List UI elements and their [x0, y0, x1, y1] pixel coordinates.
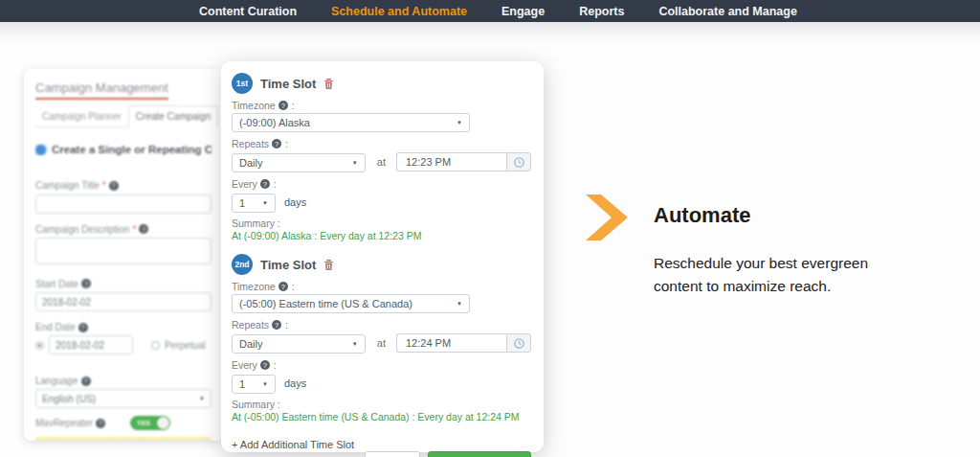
slot-order-badge: 1st — [232, 73, 253, 94]
toggle-on-label: YES — [137, 420, 150, 426]
at-label: at — [377, 337, 386, 349]
nav-gradient — [0, 22, 980, 41]
every-unit-label: days — [284, 377, 306, 389]
mavrepeater-toggle[interactable]: YES — [130, 416, 170, 430]
repeats-label: Repeats ? : — [232, 319, 531, 331]
summary-text: At (-05:00) Eastern time (US & Canada) :… — [232, 411, 531, 423]
time-input-group — [396, 152, 531, 171]
chevron-down-icon: ▼ — [352, 160, 358, 166]
toggle-knob — [157, 417, 169, 429]
arrow-right-icon — [586, 194, 630, 244]
time-input[interactable] — [396, 333, 506, 353]
end-date-row: Perpetual — [35, 335, 212, 354]
campaign-management-panel: Campaign Management Campaign Planner Cre… — [24, 69, 223, 441]
nav-item-schedule-and-automate[interactable]: Schedule and Automate — [331, 5, 467, 18]
timezone-select[interactable]: (-05:00) Eastern time (US & Canada) ▼ — [232, 294, 470, 313]
repeats-label: Repeats ? : — [232, 138, 531, 149]
help-icon[interactable]: ? — [81, 279, 91, 288]
help-icon[interactable]: ? — [81, 377, 91, 386]
clock-icon[interactable] — [506, 333, 531, 353]
help-icon[interactable]: ? — [278, 101, 288, 110]
clock-icon[interactable] — [506, 152, 531, 171]
nav-item-collaborate-and-manage[interactable]: Collaborate and Manage — [658, 5, 796, 18]
time-slot-1: 1st Time Slot Timezone ? : (-09:00) Alas… — [232, 73, 531, 241]
help-icon[interactable]: ? — [96, 419, 105, 428]
at-label: at — [377, 156, 386, 168]
time-input[interactable] — [396, 152, 506, 171]
time-input-group — [396, 333, 531, 353]
summary-label: Summary : — [232, 399, 531, 410]
summary-label: Summary : — [232, 217, 531, 229]
slot-header: 1st Time Slot — [232, 73, 531, 94]
nav-item-reports[interactable]: Reports — [579, 5, 624, 18]
every-label: Every ? : — [232, 178, 531, 190]
slot-order-badge: 2nd — [232, 254, 253, 275]
timezone-label: Timezone ? : — [232, 100, 531, 111]
every-row: 1 ▼ days — [232, 373, 531, 394]
time-slot-modal: 1st Time Slot Timezone ? : (-09:00) Alas… — [221, 61, 544, 452]
mavrepeater-warning: ⚠ Once you create a MavRepeater campaign… — [35, 437, 212, 441]
mavrepeater-label: MavRepeater ? — [35, 418, 105, 428]
help-icon[interactable]: ? — [109, 181, 119, 191]
panel-tabs: Campaign Planner Create Campaign Archive… — [35, 105, 212, 127]
campaign-type-label: Create a Single or Repeating Campaign — [52, 144, 212, 155]
feature-title: Automate — [654, 203, 750, 228]
every-row: 1 ▼ days — [232, 192, 531, 213]
chevron-down-icon: ▼ — [262, 381, 268, 387]
slot-title: Time Slot — [260, 77, 316, 91]
top-navbar: Content Curation Schedule and Automate E… — [0, 0, 980, 22]
repeats-select[interactable]: Daily ▼ — [232, 334, 366, 354]
mavrepeater-row: MavRepeater ? YES — [35, 416, 212, 430]
campaign-title-input[interactable] — [35, 194, 212, 214]
radio-selected-icon[interactable] — [35, 145, 46, 155]
chevron-down-icon: ▼ — [457, 120, 462, 126]
nav-item-content-curation[interactable]: Content Curation — [199, 5, 297, 18]
language-select[interactable]: English (US) ▼ — [35, 389, 212, 408]
repeats-select[interactable]: Daily ▼ — [232, 153, 366, 172]
repeats-row: Daily ▼ at — [232, 332, 531, 354]
end-date-input[interactable] — [49, 335, 133, 354]
help-icon[interactable]: ? — [260, 179, 270, 189]
trash-icon[interactable] — [323, 78, 334, 90]
feature-description: Reschedule your best evergreen content t… — [654, 252, 888, 298]
perpetual-radio[interactable] — [151, 341, 160, 350]
chevron-down-icon: ▼ — [199, 396, 205, 401]
perpetual-label: Perpetual — [165, 340, 206, 351]
slot-title: Time Slot — [260, 258, 316, 272]
create-campaign-button[interactable]: Create Campaign — [428, 451, 531, 457]
every-select[interactable]: 1 ▼ — [232, 194, 276, 213]
every-select[interactable]: 1 ▼ — [232, 375, 276, 394]
help-icon[interactable]: ? — [78, 323, 88, 332]
tab-create-campaign[interactable]: Create Campaign — [128, 105, 218, 127]
tab-campaign-planner[interactable]: Campaign Planner — [35, 106, 128, 126]
campaign-description-input[interactable] — [35, 238, 212, 264]
chevron-down-icon: ▼ — [457, 301, 462, 307]
help-icon[interactable]: ? — [139, 224, 148, 234]
slot-header: 2nd Time Slot — [232, 254, 531, 275]
help-icon[interactable]: ? — [272, 139, 281, 149]
language-label: Language ? — [35, 376, 212, 386]
warning-icon: ⚠ — [40, 440, 48, 441]
time-slot-2: 2nd Time Slot Timezone ? : (-05:00) East… — [232, 254, 531, 423]
summary-text: At (-09:00) Alaska : Every day at 12:23 … — [232, 230, 531, 241]
campaign-title-label: Campaign Title * ? — [35, 180, 212, 191]
required-mark: * — [132, 224, 136, 235]
every-unit-label: days — [284, 196, 306, 208]
nav-item-engage[interactable]: Engage — [501, 5, 545, 18]
panel-title: Campaign Management — [35, 80, 168, 100]
repeats-row: Daily ▼ at — [232, 151, 531, 172]
campaign-type-radio-row: Create a Single or Repeating Campaign — [35, 144, 212, 155]
end-date-label: End Date ? — [35, 322, 212, 332]
help-icon[interactable]: ? — [278, 282, 288, 291]
help-icon[interactable]: ? — [272, 320, 281, 330]
start-date-input[interactable] — [35, 292, 212, 311]
trash-icon[interactable] — [323, 259, 334, 271]
cancel-button[interactable]: Cancel — [365, 451, 420, 457]
start-date-label: Start Date ? — [35, 279, 212, 289]
timezone-label: Timezone ? : — [232, 281, 531, 292]
timezone-select[interactable]: (-09:00) Alaska ▼ — [232, 113, 470, 132]
end-date-radio[interactable] — [35, 341, 44, 350]
help-icon[interactable]: ? — [260, 360, 270, 370]
chevron-down-icon: ▼ — [262, 200, 268, 206]
add-time-slot-link[interactable]: + Add Additional Time Slot — [232, 439, 354, 450]
